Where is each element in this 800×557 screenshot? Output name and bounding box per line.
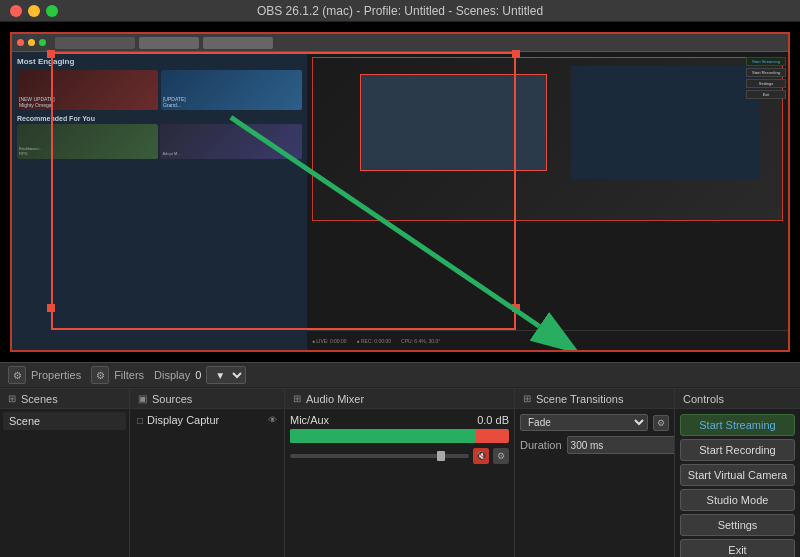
duration-label: Duration [520,439,562,451]
mixer-level-bar [290,429,509,443]
scenes-content: Scene [0,409,129,557]
toolbar-display-section: Display 0 ▼ [154,366,246,384]
toolbar: ⚙ Properties ⚙ Filters Display 0 ▼ [0,362,800,388]
mixer-db-value: 0.0 dB [477,414,509,426]
start-recording-button[interactable]: Start Recording [680,439,795,461]
nested-body: Most Engaging [NEW UPDATE]Mighty Omega [… [12,52,788,350]
mixer-header: ⊞ Audio Mixer [285,389,514,409]
mixer-top-row: Mic/Aux 0.0 dB [290,414,509,426]
nested-game-4-label: Adopt M... [162,152,180,157]
controls-panel: Controls Start Streaming Start Recording… [675,389,800,557]
handle-tr[interactable] [512,50,520,58]
toolbar-filters-section: ⚙ Filters [91,366,144,384]
nested-exit: Exit [746,90,786,99]
nested-cpu: CPU: 6.4%, 30.0° [401,338,440,344]
scenes-header: ⊞ Scenes [0,389,129,409]
filters-label[interactable]: Filters [114,369,144,381]
mixer-gear-btn[interactable]: ⚙ [493,448,509,464]
nested-game-row: Brickbaven...RPG Adopt M... [17,124,302,159]
minimize-button[interactable] [28,5,40,17]
sources-header-icon: ▣ [138,393,147,404]
transitions-controls: Fade ⚙ Duration ▲ ▼ [515,409,674,459]
properties-label[interactable]: Properties [31,369,81,381]
source-name-0: Display Captur [147,414,219,426]
mixer-mute-btn[interactable]: 🔇 [473,448,489,464]
nested-rec-header: Recommended For You [17,115,302,122]
settings-button[interactable]: Settings [680,514,795,536]
controls-buttons: Start Streaming Start Recording Start Vi… [675,409,800,557]
nested-game-3: Brickbaven...RPG [17,124,158,159]
nested-settings: Settings [746,79,786,88]
nested-tab-2 [139,37,199,49]
nested-obs-preview [312,57,783,221]
traffic-lights [10,5,58,17]
duration-input[interactable] [567,436,674,454]
nested-browser-bar [12,34,788,52]
maximize-button[interactable] [46,5,58,17]
source-eye-icon[interactable]: 👁 [268,415,277,425]
nested-start-streaming: Start Streaming [746,57,786,66]
filters-icon[interactable]: ⚙ [91,366,109,384]
studio-mode-button[interactable]: Studio Mode [680,489,795,511]
sources-panel: ▣ Sources □ Display Captur 👁 + − ⚙ ∧ ∨ [130,389,285,557]
preview-area: Most Engaging [NEW UPDATE]Mighty Omega [… [0,22,800,362]
display-value: 0 [195,369,201,381]
handle-br[interactable] [512,304,520,312]
mixer-channel-name: Mic/Aux [290,414,329,426]
exit-button[interactable]: Exit [680,539,795,557]
start-virtual-camera-button[interactable]: Start Virtual Camera [680,464,795,486]
transition-gear-btn[interactable]: ⚙ [653,415,669,431]
scene-item-0[interactable]: Scene [3,412,126,430]
transitions-header-label: Scene Transitions [536,393,623,405]
nested-controls: Start Streaming Start Recording Settings… [746,57,786,99]
controls-content-area: Start Streaming Start Recording Start Vi… [675,409,800,557]
mixer-fader-thumb[interactable] [437,451,445,461]
mixer-channel-mic: Mic/Aux 0.0 dB [290,414,509,464]
source-item-0[interactable]: □ Display Captur 👁 [133,412,281,428]
window-title: OBS 26.1.2 (mac) - Profile: Untitled - S… [257,4,543,18]
controls-header: Controls [675,389,800,409]
mixer-content-area: Mic/Aux 0.0 dB [285,409,514,557]
scenes-header-icon: ⊞ [8,393,16,404]
nested-right-panel: Start Streaming Start Recording Settings… [307,52,788,350]
nested-game-1: [NEW UPDATE]Mighty Omega [17,70,158,110]
obs-nested-preview: Most Engaging [NEW UPDATE]Mighty Omega [… [12,34,788,350]
handle-bl[interactable] [47,304,55,312]
nested-status-text: ● LIVE: 0:00:00 ● REC: 0:00:00 CPU: 6.4%… [312,338,440,344]
scenes-panel: ⊞ Scenes Scene + − ∧ ∨ [0,389,130,557]
nested-most-engaging: Most Engaging [17,57,302,66]
display-label: Display [154,369,190,381]
nested-game-3-label: Brickbaven...RPG [19,147,42,157]
sources-header: ▣ Sources [130,389,284,409]
nested-status-bar: ● LIVE: 0:00:00 ● REC: 0:00:00 CPU: 6.4%… [307,330,788,350]
toolbar-properties-section: ⚙ Properties [8,366,81,384]
nested-game-grid: [NEW UPDATE]Mighty Omega [UPDATE]Grand..… [17,70,302,110]
mixer-fader[interactable] [290,454,469,458]
nested-obs-inner [313,58,782,220]
mixer-level-indicator [290,429,476,443]
transition-type-select[interactable]: Fade [520,414,648,431]
controls-header-label: Controls [683,393,724,405]
nested-min [28,39,35,46]
nested-tab-3 [203,37,273,49]
panels-row: ⊞ Scenes Scene + − ∧ ∨ ▣ Sources [0,388,800,557]
preview-content: Most Engaging [NEW UPDATE]Mighty Omega [… [12,34,788,350]
properties-icon[interactable]: ⚙ [8,366,26,384]
transitions-header: ⊞ Scene Transitions [515,389,674,409]
nested-obs-panel [571,66,759,179]
nested-game-2: [UPDATE]Grand... [161,70,302,110]
handle-tl[interactable] [47,50,55,58]
start-streaming-button[interactable]: Start Streaming [680,414,795,436]
nested-start-recording: Start Recording [746,68,786,77]
display-select[interactable]: ▼ [206,366,246,384]
duration-row: Duration ▲ ▼ [520,436,669,454]
mixer-header-icon: ⊞ [293,393,301,404]
nested-tab-1 [55,37,135,49]
close-button[interactable] [10,5,22,17]
mixer-controls-row: 🔇 ⚙ [290,448,509,464]
nested-left-panel: Most Engaging [NEW UPDATE]Mighty Omega [… [12,52,307,350]
nested-game-1-label: [NEW UPDATE]Mighty Omega [19,96,55,108]
mixer-panel: ⊞ Audio Mixer Mic/Aux 0.0 dB [285,389,515,557]
nested-rec: ● REC: 0:00:00 [357,338,391,344]
transitions-content-area: Fade ⚙ Duration ▲ ▼ [515,409,674,557]
